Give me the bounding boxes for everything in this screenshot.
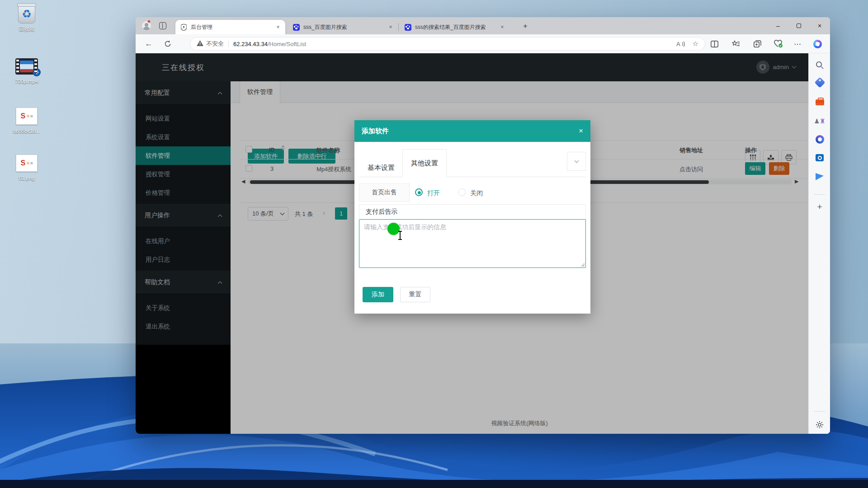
back-icon[interactable]: ← [143,38,155,50]
modal-tab-more-button[interactable] [567,152,586,171]
edge-sidebar: ♟♜ + [808,53,830,434]
new-tab-button[interactable]: + [521,22,530,31]
desktop-icon-video-file[interactable]: 720p.mp4 [7,55,46,84]
gear-icon[interactable] [814,419,825,430]
outlook-icon[interactable] [814,152,825,163]
window-maximize-button[interactable] [788,17,809,34]
desktop-icon-label: 01.png [7,175,46,181]
settings-more-icon[interactable]: ⋯ [792,38,803,49]
workspaces-icon[interactable] [159,22,166,29]
shield-favicon-icon [180,23,187,31]
homepage-sale-label: 首页出售 [359,183,410,202]
desktop-icon-label: bb95bc1d... [7,128,46,134]
modal-header: 添加软件 × [354,120,590,142]
url-path: /Home/SoftList [268,41,306,47]
desktop-icon-image-01png[interactable]: S✳R 01.png [7,152,46,181]
browser-toolbar: ← 不安全 62.234.43.34 /Home/SoftList A ☆ [136,34,830,53]
tab-close-icon[interactable]: × [387,23,394,31]
url-host: 62.234.43.34 [233,41,268,47]
baidu-favicon-icon [404,23,411,31]
favorites-list-icon[interactable] [731,38,741,49]
modal-title: 添加软件 [362,127,389,136]
recycle-bin-icon: ♻ [18,5,35,23]
refresh-icon[interactable] [162,38,174,50]
microsoft365-icon[interactable] [814,134,825,145]
browser-essentials-icon[interactable] [773,38,784,49]
browser-tab-baidu-images[interactable]: sss_百度图片搜索 × [288,20,398,34]
address-divider [228,41,229,47]
add-sidebar-app-icon[interactable]: + [814,202,825,212]
read-aloud-icon[interactable]: A [676,41,686,47]
radio-close-label[interactable]: 关闭 [470,189,483,197]
window-minimize-button[interactable]: – [768,17,788,34]
tab-title: 后台管理 [191,23,274,31]
radio-close[interactable] [458,188,466,196]
security-label[interactable]: 不安全 [206,40,224,48]
drop-paper-plane-icon[interactable] [814,171,825,182]
shopping-icon[interactable] [814,77,825,88]
tab-close-icon[interactable]: × [499,23,506,31]
browser-tab-strip: 后台管理 × sss_百度图片搜索 × sss的搜索结果_百度图片搜索 × + … [136,17,830,34]
desktop-icon-recycle-bin[interactable]: ♻ 回收站 [7,3,46,32]
tools-icon[interactable] [814,97,825,108]
web-page: 三在线授权 admin 常用配置 网站设置 系统设置 软件管理 授权管理 价格管… [136,53,830,434]
collections-icon[interactable] [752,38,763,49]
browser-window: 后台管理 × sss_百度图片搜索 × sss的搜索结果_百度图片搜索 × + … [136,17,830,434]
window-close-button[interactable]: × [809,17,830,34]
payment-notice-label: 支付后告示 [359,204,586,219]
split-screen-icon[interactable] [709,38,720,49]
radio-open[interactable] [415,188,423,196]
sidebar-divider [814,194,825,195]
image-thumbnail-icon: S✳R [16,155,38,172]
chevron-down-icon [574,159,579,163]
browser-tab-baidu-results[interactable]: sss的搜索结果_百度图片搜索 × [400,20,509,34]
address-bar[interactable]: 不安全 62.234.43.34 /Home/SoftList A ☆ [190,37,705,51]
sidebar-divider [814,411,825,412]
media-player-badge-icon [33,68,41,76]
copilot-icon[interactable] [812,38,823,49]
favorite-star-icon[interactable]: ☆ [693,40,698,48]
desktop-icon-label: 回收站 [7,26,46,32]
desktop-icon-label: 720p.mp4 [7,79,46,84]
baidu-favicon-icon [292,23,300,31]
tab-separator [398,23,399,31]
text-cursor-ibeam [398,231,402,240]
tab-title: sss_百度图片搜索 [303,23,387,31]
search-icon[interactable] [814,60,825,70]
modal-submit-button[interactable]: 添加 [363,287,393,302]
modal-reset-button[interactable]: 重置 [400,287,430,302]
maximize-icon [797,23,801,28]
svg-text:A: A [676,41,680,47]
image-thumbnail-icon: S✳R [16,108,38,125]
textarea-resize-handle[interactable] [580,263,585,267]
tab-title: sss的搜索结果_百度图片搜索 [415,23,499,31]
radio-open-label[interactable]: 打开 [427,189,440,197]
modal-tab-basic-settings[interactable]: 基本设置 [361,159,401,177]
browser-tab-admin[interactable]: 后台管理 × [175,20,285,34]
games-icon[interactable]: ♟♜ [814,116,825,127]
add-software-modal: 添加软件 × 基本设置 其他设置 首页出售 打开 关闭 支付后告示 添加 重置 [354,120,590,314]
modal-close-icon[interactable]: × [579,127,583,136]
modal-tab-other-settings[interactable]: 其他设置 [402,149,447,177]
desktop-icon-image-bb95bc1d[interactable]: S✳R bb95bc1d... [7,105,46,134]
profile-notification-dot [147,20,151,23]
not-secure-warning-icon [197,40,203,47]
tab-close-icon[interactable]: × [274,23,282,31]
video-file-icon [15,58,38,75]
